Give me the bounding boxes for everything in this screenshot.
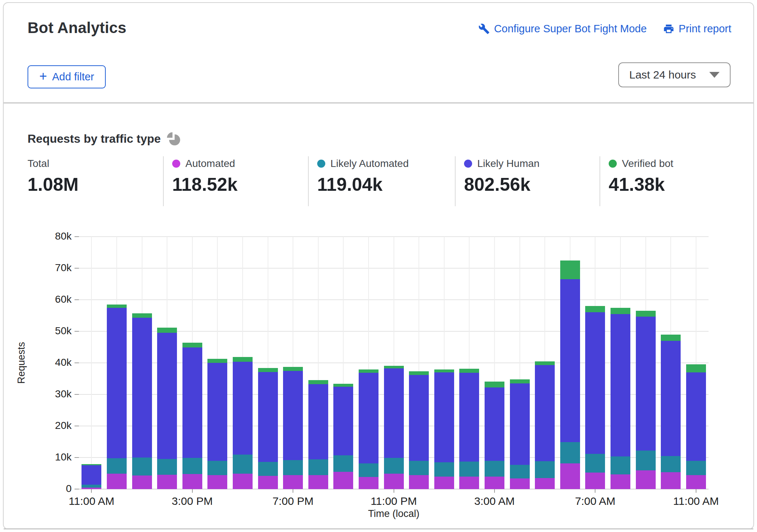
likely-automated-segment[interactable] xyxy=(510,465,530,478)
likely-automated-segment[interactable] xyxy=(384,458,404,474)
likely-automated-segment[interactable] xyxy=(132,458,152,475)
bar-5-4-00-pm[interactable] xyxy=(207,359,227,489)
likely-automated-segment[interactable] xyxy=(308,459,328,475)
likely-automated-segment[interactable] xyxy=(560,442,580,463)
automated-segment[interactable] xyxy=(510,478,530,489)
likely-human-segment[interactable] xyxy=(611,314,630,457)
likely-automated-segment[interactable] xyxy=(182,458,202,474)
automated-segment[interactable] xyxy=(359,477,378,489)
bar-6-5-00-pm[interactable] xyxy=(233,357,253,489)
bar-22-9-00-am[interactable] xyxy=(636,311,656,489)
bar-13-12-00-am[interactable] xyxy=(409,371,429,489)
automated-segment[interactable] xyxy=(182,474,202,489)
likely-human-segment[interactable] xyxy=(485,387,504,461)
bar-0-11-00-am[interactable] xyxy=(82,464,101,489)
likely-human-segment[interactable] xyxy=(434,372,454,462)
likely-automated-segment[interactable] xyxy=(409,461,429,475)
likely-human-segment[interactable] xyxy=(308,384,328,460)
verified-bot-segment[interactable] xyxy=(182,343,202,347)
verified-bot-segment[interactable] xyxy=(157,328,177,333)
configure-super-bot-fight-mode-link[interactable]: Configure Super Bot Fight Mode xyxy=(478,23,647,35)
automated-segment[interactable] xyxy=(308,475,328,489)
verified-bot-segment[interactable] xyxy=(283,367,303,371)
likely-automated-segment[interactable] xyxy=(333,455,353,472)
bar-24-11-00-am[interactable] xyxy=(686,364,706,489)
likely-automated-segment[interactable] xyxy=(157,459,177,475)
automated-segment[interactable] xyxy=(636,470,656,489)
likely-human-segment[interactable] xyxy=(82,465,101,485)
likely-automated-segment[interactable] xyxy=(535,461,555,478)
verified-bot-segment[interactable] xyxy=(459,369,479,372)
verified-bot-segment[interactable] xyxy=(233,357,253,362)
likely-automated-segment[interactable] xyxy=(82,485,101,488)
verified-bot-segment[interactable] xyxy=(82,464,101,465)
bar-23-10-00-am[interactable] xyxy=(661,335,681,489)
likely-human-segment[interactable] xyxy=(409,375,429,461)
verified-bot-segment[interactable] xyxy=(132,313,152,318)
likely-automated-segment[interactable] xyxy=(485,461,504,477)
bar-12-11-00-pm[interactable] xyxy=(384,366,404,489)
automated-segment[interactable] xyxy=(686,475,706,489)
automated-segment[interactable] xyxy=(258,476,278,489)
likely-human-segment[interactable] xyxy=(233,362,253,455)
likely-human-segment[interactable] xyxy=(359,373,378,464)
likely-human-segment[interactable] xyxy=(207,363,227,461)
automated-segment[interactable] xyxy=(485,477,504,489)
likely-automated-segment[interactable] xyxy=(359,463,378,477)
bar-1-12-00-pm[interactable] xyxy=(107,305,127,489)
automated-segment[interactable] xyxy=(585,473,605,489)
bar-8-7-00-pm[interactable] xyxy=(283,367,303,489)
likely-human-segment[interactable] xyxy=(585,312,605,453)
likely-automated-segment[interactable] xyxy=(661,456,681,473)
bar-15-2-00-am[interactable] xyxy=(459,369,479,489)
likely-human-segment[interactable] xyxy=(157,333,177,459)
automated-segment[interactable] xyxy=(107,474,127,489)
likely-automated-segment[interactable] xyxy=(585,454,605,473)
automated-segment[interactable] xyxy=(409,475,429,489)
likely-automated-segment[interactable] xyxy=(686,461,706,475)
automated-segment[interactable] xyxy=(560,463,580,489)
verified-bot-segment[interactable] xyxy=(611,308,630,314)
verified-bot-segment[interactable] xyxy=(661,335,681,341)
likely-automated-segment[interactable] xyxy=(283,460,303,475)
verified-bot-segment[interactable] xyxy=(207,359,227,363)
likely-automated-segment[interactable] xyxy=(258,462,278,476)
verified-bot-segment[interactable] xyxy=(636,311,656,317)
likely-automated-segment[interactable] xyxy=(434,462,454,477)
automated-segment[interactable] xyxy=(535,478,555,489)
bar-4-3-00-pm[interactable] xyxy=(182,343,202,489)
verified-bot-segment[interactable] xyxy=(258,368,278,372)
likely-automated-segment[interactable] xyxy=(611,456,630,474)
likely-human-segment[interactable] xyxy=(661,341,681,456)
bar-14-1-00-am[interactable] xyxy=(434,369,454,489)
verified-bot-segment[interactable] xyxy=(535,361,555,365)
time-range-dropdown[interactable]: Last 24 hours xyxy=(618,62,731,87)
automated-segment[interactable] xyxy=(611,474,630,489)
verified-bot-segment[interactable] xyxy=(308,380,328,384)
bar-7-6-00-pm[interactable] xyxy=(258,368,278,489)
likely-human-segment[interactable] xyxy=(560,279,580,442)
likely-human-segment[interactable] xyxy=(107,308,127,458)
automated-segment[interactable] xyxy=(132,475,152,489)
likely-human-segment[interactable] xyxy=(459,373,479,462)
verified-bot-segment[interactable] xyxy=(409,371,429,375)
bar-11-10-00-pm[interactable] xyxy=(359,369,378,489)
bar-18-5-00-am[interactable] xyxy=(535,361,555,489)
verified-bot-segment[interactable] xyxy=(585,306,605,312)
bar-2-1-00-pm[interactable] xyxy=(132,313,152,489)
likely-automated-segment[interactable] xyxy=(459,462,479,477)
likely-human-segment[interactable] xyxy=(283,371,303,460)
verified-bot-segment[interactable] xyxy=(485,382,504,387)
automated-segment[interactable] xyxy=(384,474,404,489)
likely-human-segment[interactable] xyxy=(510,383,530,465)
automated-segment[interactable] xyxy=(233,474,253,489)
likely-human-segment[interactable] xyxy=(132,318,152,458)
bar-3-2-00-pm[interactable] xyxy=(157,328,177,489)
verified-bot-segment[interactable] xyxy=(510,379,530,383)
automated-segment[interactable] xyxy=(283,475,303,489)
bar-9-8-00-pm[interactable] xyxy=(308,380,328,489)
likely-automated-segment[interactable] xyxy=(207,461,227,475)
likely-automated-segment[interactable] xyxy=(636,451,656,470)
verified-bot-segment[interactable] xyxy=(384,366,404,368)
automated-segment[interactable] xyxy=(333,472,353,489)
